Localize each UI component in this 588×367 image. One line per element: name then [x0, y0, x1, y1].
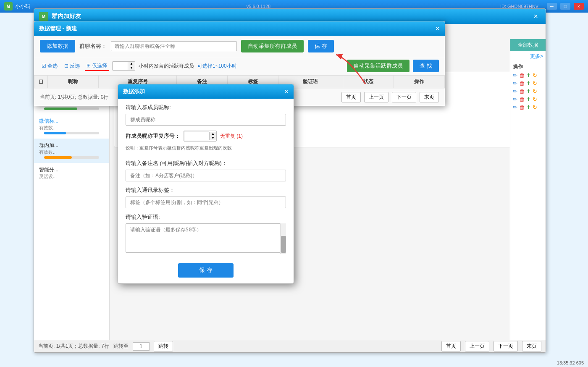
more-link[interactable]: 更多>: [510, 52, 546, 61]
data-add-titlebar: 数据添加 ×: [118, 84, 294, 99]
verify-textarea[interactable]: [126, 223, 286, 253]
refresh-icon-3[interactable]: ↻: [533, 88, 537, 94]
remark-section: 请输入备注名 (可用{昵称}插入对方昵称)：: [118, 160, 294, 186]
remark-input[interactable]: [126, 170, 286, 181]
edit-icon-4[interactable]: ✏: [513, 96, 517, 102]
th-status: 状态: [343, 76, 394, 88]
hours-down-btn[interactable]: ▼: [128, 66, 135, 70]
maximize-btn[interactable]: □: [560, 3, 570, 10]
group-name-input[interactable]: [111, 41, 237, 51]
data-mgmt-subtoolbar: ☑ 全选 ⊟ 反选 ⊞ 仅选择 24 ▲ ▼ 小时内发言的活跃群成员 可选择1~…: [34, 57, 445, 75]
edit-icon-2[interactable]: ✏: [513, 80, 517, 87]
delete-icon-4[interactable]: 🗑: [519, 96, 525, 102]
bottom-status-bar: 当前页: 1/共1页；总数据量: 7行 跳转至 跳转 首页 上一页 下一页 末页: [34, 340, 546, 352]
footer-page-info: 当前页: 1/共0页; 总数据量: 0行: [40, 94, 108, 101]
data-add-close-btn[interactable]: ×: [284, 87, 289, 96]
nickname-input[interactable]: [126, 114, 286, 126]
delete-icon-5[interactable]: 🗑: [519, 104, 525, 110]
hours-hint: 可选择1~100小时: [197, 63, 237, 70]
repeat-input[interactable]: 1: [184, 131, 209, 141]
data-add-modal: 数据添加 × 请输入群成员昵称: 群成员昵称重复序号： 1 ▲ ▼ 无重复 (1…: [118, 84, 294, 284]
app-logo: M: [4, 2, 13, 10]
progress-bar-6: [44, 156, 99, 159]
delete-icon-2[interactable]: 🗑: [519, 80, 525, 87]
upload-icon-1[interactable]: ⬆: [526, 72, 531, 79]
save-btn-area: 保 存: [118, 259, 294, 283]
delete-icon-3[interactable]: 🗑: [519, 88, 525, 94]
tag-input[interactable]: [126, 197, 286, 208]
verify-scrollbar-thumb: [281, 236, 286, 253]
data-add-save-btn[interactable]: 保 存: [178, 263, 234, 278]
select-all-label: 全选: [47, 63, 58, 70]
op-row-2: ✏ 🗑 ⬆ ↻: [510, 79, 546, 87]
edit-icon-3[interactable]: ✏: [513, 88, 517, 94]
bottom-page-info: 当前页: 1/共1页；总数据量: 7行: [38, 343, 109, 350]
th-nickname: 昵称: [48, 76, 99, 88]
modal-next-btn[interactable]: 下一页: [392, 92, 416, 102]
bottom-prev-btn[interactable]: 上一页: [465, 341, 489, 351]
group-name-label: 群聊名称：: [79, 42, 107, 50]
repeat-down-btn[interactable]: ▼: [210, 136, 216, 140]
hours-input[interactable]: 24: [113, 62, 128, 70]
invert-btn[interactable]: ⊟ 反选: [63, 62, 81, 71]
edit-icon-1[interactable]: ✏: [513, 72, 517, 79]
refresh-icon-2[interactable]: ↻: [533, 80, 537, 87]
edit-icon-5[interactable]: ✏: [513, 104, 517, 110]
no-repeat-badge: 无重复 (1): [220, 133, 243, 140]
bottom-last-btn[interactable]: 末页: [522, 341, 541, 351]
data-mgmt-toolbar: 添加数据 群聊名称： 自动采集所有群成员 保 存: [34, 36, 445, 57]
tag-label: 请输入通讯录标签：: [126, 186, 286, 194]
sidebar-item-5[interactable]: 微信标... 有效数...: [34, 114, 109, 139]
auto-collect-all-btn[interactable]: 自动采集所有群成员: [241, 40, 304, 52]
modal-prev-btn[interactable]: 上一页: [364, 92, 388, 102]
find-btn[interactable]: 查 找: [413, 60, 439, 72]
app-close-btn[interactable]: ×: [574, 3, 584, 10]
verify-section: 请输入验证语:: [118, 213, 294, 259]
modal-first-btn[interactable]: 首页: [341, 92, 361, 102]
upload-icon-4[interactable]: ⬆: [526, 96, 531, 102]
save-btn-toolbar[interactable]: 保 存: [308, 40, 334, 52]
invert-icon: ⊟: [64, 63, 68, 69]
only-select-label: 仅选择: [92, 62, 107, 69]
refresh-icon-5[interactable]: ↻: [533, 104, 537, 110]
sidebar-item-7[interactable]: 智能分... 灵活设...: [34, 163, 109, 183]
delete-icon-1[interactable]: 🗑: [519, 72, 525, 79]
modal-last-btn[interactable]: 末页: [420, 92, 439, 102]
right-side-panel: 全部数据 更多> 操作 ✏ 🗑 ⬆ ↻ ✏ 🗑 ⬆ ↻ ✏: [510, 39, 546, 352]
jump-label: 跳转至: [113, 343, 129, 350]
hours-up-btn[interactable]: ▲: [128, 62, 135, 66]
verify-label: 请输入验证语:: [126, 213, 286, 221]
upload-icon-5[interactable]: ⬆: [526, 104, 531, 110]
sidebar-item-6[interactable]: 群内加... 有效数...: [34, 139, 109, 163]
upload-icon-3[interactable]: ⬆: [526, 88, 531, 94]
repeat-up-btn[interactable]: ▲: [210, 132, 216, 136]
repeat-label: 群成员昵称重复序号：: [126, 132, 180, 140]
verify-scrollbar[interactable]: [280, 223, 286, 254]
jump-btn[interactable]: 跳转: [154, 341, 173, 351]
repeat-section: 群成员昵称重复序号： 1 ▲ ▼ 无重复 (1) 说明：重复序号表示微信群内该昵…: [118, 131, 294, 160]
data-add-title: 数据添加: [123, 88, 284, 95]
bottom-next-btn[interactable]: 下一页: [494, 341, 518, 351]
timestamp: 13:35:32 605: [557, 360, 584, 365]
group-window-close-btn[interactable]: ×: [531, 11, 541, 22]
upload-icon-2[interactable]: ⬆: [526, 80, 531, 87]
checkbox-icon: ☑: [42, 63, 46, 69]
group-win-logo: M: [39, 12, 48, 21]
all-data-btn[interactable]: 全部数据: [510, 39, 546, 51]
auto-collect-active-btn[interactable]: 自动采集活跃群成员: [347, 60, 410, 72]
data-mgmt-close-btn[interactable]: ×: [435, 24, 440, 33]
add-data-btn[interactable]: 添加数据: [40, 40, 75, 52]
nickname-label: 请输入群成员昵称:: [126, 104, 286, 111]
minimize-btn[interactable]: ─: [547, 3, 557, 10]
bottom-first-btn[interactable]: 首页: [441, 341, 461, 351]
progress-bar-4: [44, 107, 99, 110]
select-all-btn[interactable]: ☑ 全选: [40, 62, 59, 71]
hours-label: 小时内发言的活跃群成员: [139, 63, 194, 70]
main-window: M 小小码 v5.6.0.1128 ID: GHDN897HNV ─ □ × M…: [0, 0, 588, 367]
refresh-icon-1[interactable]: ↻: [533, 72, 537, 79]
progress-bar-5: [44, 132, 99, 134]
refresh-icon-4[interactable]: ↻: [533, 96, 537, 102]
title-controls: ─ □ ×: [547, 3, 584, 10]
only-select-btn[interactable]: ⊞ 仅选择: [85, 61, 109, 71]
jump-input[interactable]: [133, 342, 150, 351]
